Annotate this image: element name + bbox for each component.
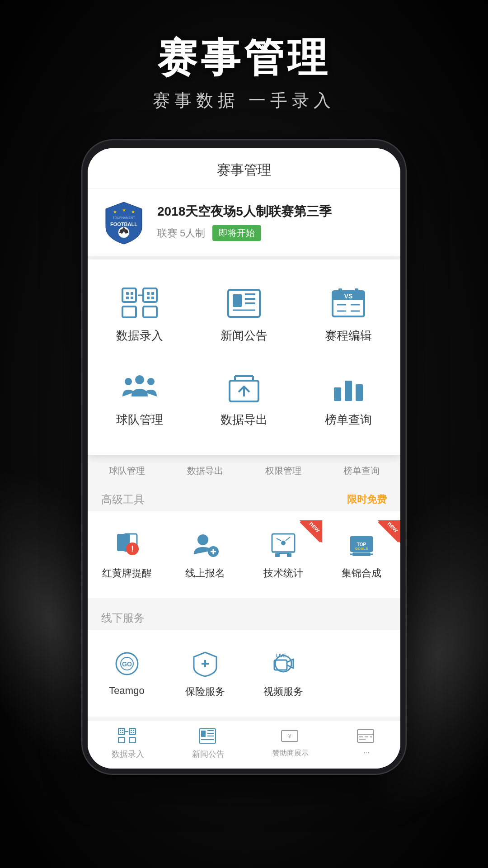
video-label: 视频服务 [263, 685, 303, 698]
tab-sponsor-label: 赞助商展示 [272, 749, 309, 758]
tab-data-entry[interactable]: 数据录入 [112, 728, 144, 760]
svg-rect-77 [120, 732, 121, 733]
page-title: 赛事管理 [157, 36, 331, 80]
app-header: 赛事管理 [88, 148, 400, 189]
svg-rect-85 [118, 737, 125, 743]
quick-nav-ranking[interactable]: 榜单查询 [343, 465, 380, 477]
tool-stats[interactable]: new 技术统计 [244, 520, 322, 589]
svg-rect-78 [122, 730, 123, 731]
data-entry-icon [119, 287, 160, 321]
tab-data-label: 数据录入 [112, 749, 144, 760]
advanced-section-badge: 限时免费 [347, 493, 387, 506]
quick-nav-export[interactable]: 数据导出 [187, 465, 223, 477]
menu-data-entry-label: 数据录入 [116, 328, 163, 344]
tournament-info: 2018天空夜场5人制联赛第三季 联赛 5人制 即将开始 [157, 203, 387, 241]
tool-insurance[interactable]: 保险服务 [166, 639, 244, 708]
offline-section-title: 线下服务 [101, 611, 145, 625]
quick-nav-permission[interactable]: 权限管理 [265, 465, 301, 477]
menu-news-label: 新闻公告 [221, 328, 267, 344]
tab-news-icon [198, 728, 218, 746]
tournament-type: 联赛 5人制 [157, 226, 205, 240]
menu-data-entry[interactable]: 数据录入 [88, 273, 192, 357]
menu-schedule[interactable]: VS 赛程编辑 [296, 273, 400, 357]
highlight-icon: TOP GOALS [346, 529, 377, 561]
team-icon [119, 371, 160, 405]
svg-rect-12 [147, 292, 150, 295]
quick-nav: 球队管理 数据导出 权限管理 榜单查询 [88, 458, 400, 483]
svg-text:GO: GO [122, 660, 132, 668]
svg-point-35 [125, 378, 132, 385]
menu-news[interactable]: 新闻公告 [192, 273, 296, 357]
svg-text:LIVE: LIVE [276, 653, 286, 658]
svg-rect-10 [131, 297, 133, 299]
svg-line-59 [277, 538, 281, 541]
svg-rect-96 [357, 730, 374, 742]
tab-more-label: ··· [363, 749, 369, 757]
signup-label: 线上报名 [185, 566, 225, 580]
highlight-label: 集锦合成 [342, 566, 381, 580]
advanced-tools-grid: ! 红黄牌提醒 [88, 511, 400, 598]
bottom-tab-bar: 数据录入 新闻公告 [88, 720, 400, 769]
tournament-status: 即将开始 [212, 225, 261, 241]
svg-rect-16 [122, 307, 136, 317]
svg-line-60 [286, 537, 290, 541]
video-icon: LIVE [267, 648, 299, 679]
svg-point-54 [281, 541, 286, 545]
insurance-icon [189, 648, 221, 679]
tab-more-icon [357, 728, 376, 746]
svg-rect-44 [356, 384, 363, 401]
svg-rect-56 [275, 553, 280, 557]
highlight-new-badge: new [378, 520, 400, 543]
tab-news[interactable]: 新闻公告 [192, 728, 225, 760]
menu-team-label: 球队管理 [116, 412, 163, 428]
tab-sponsor[interactable]: ¥ 赞助商展示 [272, 728, 309, 760]
menu-schedule-label: 赛程编辑 [325, 328, 372, 344]
signup-icon [189, 529, 221, 561]
svg-rect-76 [120, 730, 121, 731]
menu-export-label: 数据导出 [221, 412, 267, 428]
svg-rect-79 [122, 732, 123, 733]
menu-team[interactable]: 球队管理 [88, 357, 192, 441]
svg-rect-17 [143, 307, 157, 317]
menu-ranking-label: 榜单查询 [325, 412, 372, 428]
svg-text:★: ★ [113, 209, 117, 214]
tournament-card[interactable]: ★ ★ ★ TOURNAMENT FOOTBALL [88, 189, 400, 256]
stats-new-badge: new [300, 520, 322, 543]
phone-inner: 赛事管理 ★ ★ ★ TOURNAMENT [88, 148, 400, 769]
svg-rect-64 [352, 552, 371, 556]
tournament-logo: ★ ★ ★ TOURNAMENT FOOTBALL [101, 200, 146, 245]
tool-card-reminder[interactable]: ! 红黄牌提醒 [88, 520, 166, 589]
quick-nav-team[interactable]: 球队管理 [109, 465, 145, 477]
svg-rect-84 [133, 732, 134, 733]
svg-rect-11 [143, 288, 157, 302]
card-reminder-label: 红黄牌提醒 [102, 566, 152, 580]
menu-grid: 数据录入 [88, 273, 400, 441]
svg-rect-80 [129, 728, 136, 735]
svg-text:★: ★ [122, 208, 126, 212]
tool-video[interactable]: LIVE 视频服务 [244, 639, 322, 708]
svg-text:GOALS: GOALS [355, 547, 368, 551]
tool-empty [322, 639, 400, 708]
svg-text:!: ! [131, 544, 134, 553]
svg-rect-83 [133, 730, 134, 731]
tool-teamgo[interactable]: GO Teamgo [88, 639, 166, 708]
svg-rect-15 [151, 297, 154, 299]
app-title: 赛事管理 [217, 162, 271, 177]
svg-rect-29 [355, 288, 358, 295]
tool-signup[interactable]: 线上报名 [166, 520, 244, 589]
teamgo-label: Teamgo [109, 685, 144, 697]
teamgo-icon: GO [111, 648, 143, 679]
schedule-icon: VS [328, 287, 369, 321]
card-reminder-icon: ! [111, 529, 143, 561]
insurance-label: 保险服务 [185, 685, 225, 698]
menu-export[interactable]: 数据导出 [192, 357, 296, 441]
export-icon [224, 371, 264, 405]
tool-highlight[interactable]: new TOP GOALS 集锦合成 [322, 520, 400, 589]
news-icon [224, 287, 264, 321]
tab-more[interactable]: ··· [357, 728, 376, 760]
svg-rect-75 [118, 728, 125, 735]
tab-sponsor-icon: ¥ [281, 728, 300, 746]
menu-ranking[interactable]: 榜单查询 [296, 357, 400, 441]
tournament-name: 2018天空夜场5人制联赛第三季 [157, 203, 387, 220]
advanced-section-title: 高级工具 [101, 492, 145, 507]
